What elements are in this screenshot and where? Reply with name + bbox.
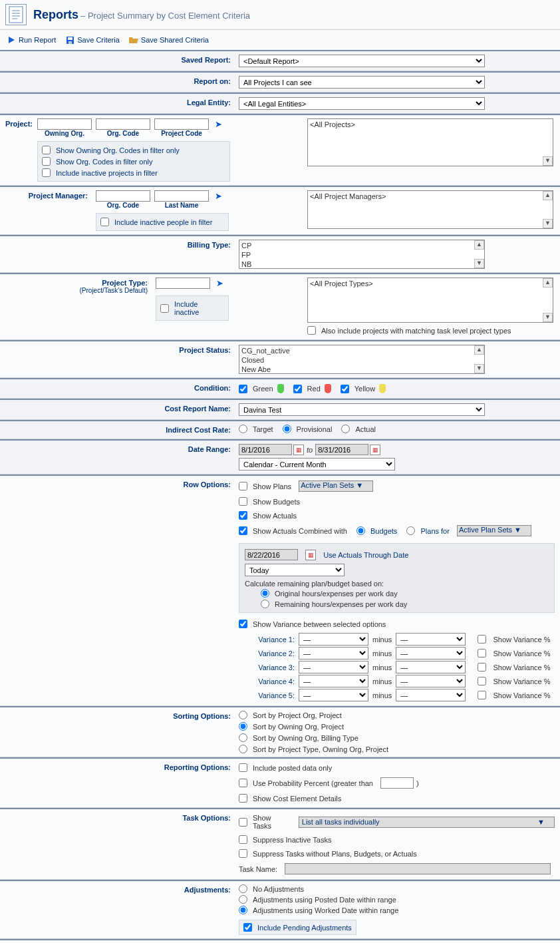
original-hours-radio[interactable] (261, 589, 269, 598)
variance-2-pct-checkbox[interactable] (478, 649, 486, 658)
scroll-up-icon[interactable]: ▲ (543, 278, 553, 287)
green-flag-icon (277, 384, 284, 393)
scroll-down-icon[interactable]: ▼ (474, 259, 484, 268)
today-select[interactable]: Today (245, 564, 345, 576)
project-label: Project: (0, 117, 35, 183)
target-radio[interactable] (239, 425, 247, 433)
project-code-input[interactable] (154, 118, 209, 130)
yellow-checkbox[interactable] (341, 385, 349, 393)
sort3-radio[interactable] (239, 733, 247, 742)
scroll-down-icon[interactable]: ▼ (474, 364, 484, 373)
red-checkbox[interactable] (293, 385, 302, 393)
date-range-select[interactable]: Calendar - Current Month (239, 458, 395, 471)
date-from-input[interactable] (239, 444, 292, 455)
include-posted-checkbox[interactable] (239, 763, 247, 772)
sort1-radio[interactable] (239, 711, 247, 719)
variance-1-b-select[interactable]: — (396, 633, 466, 646)
pm-add-button[interactable]: ➤ (213, 190, 223, 201)
variance-2-a-select[interactable]: — (299, 647, 368, 660)
show-plans-checkbox[interactable] (239, 482, 247, 490)
variance-5-b-select[interactable]: — (396, 689, 466, 701)
variance-3-b-select[interactable]: — (396, 661, 466, 673)
scroll-down-icon[interactable]: ▼ (543, 156, 553, 166)
cost-report-name-select[interactable]: Davina Test (239, 403, 485, 416)
suppress-inactive-checkbox[interactable] (239, 835, 247, 844)
svg-rect-8 (69, 41, 72, 44)
also-include-task-checkbox[interactable] (307, 326, 316, 335)
suppress-without-checkbox[interactable] (239, 849, 247, 858)
show-org-checkbox[interactable] (42, 157, 51, 166)
calendar-icon[interactable]: ▦ (370, 445, 380, 455)
pm-last-name-input[interactable] (154, 190, 209, 202)
show-owning-checkbox[interactable] (42, 146, 51, 154)
scroll-down-icon[interactable]: ▼ (543, 219, 553, 228)
scroll-up-icon[interactable]: ▲ (543, 191, 553, 200)
legal-entity-select[interactable]: <All Legal Entities> (239, 97, 485, 110)
adj-worked-radio[interactable] (239, 906, 247, 914)
pm-org-code-input[interactable] (96, 190, 150, 202)
no-adj-radio[interactable] (239, 884, 247, 893)
adjustments-label: Adjustments: (0, 883, 236, 936)
project-type-input[interactable] (156, 278, 210, 289)
report-on-select[interactable]: All Projects I can see (239, 76, 485, 89)
projects-listbox[interactable]: <All Projects> ▼ (307, 118, 553, 166)
variance-5-pct-checkbox[interactable] (478, 691, 486, 699)
variance-4-a-select[interactable]: — (299, 675, 368, 687)
include-inactive-type-checkbox[interactable] (160, 304, 169, 313)
variance-3-a-select[interactable]: — (299, 661, 368, 673)
budgets-radio[interactable] (356, 526, 365, 535)
remaining-hours-radio[interactable] (261, 600, 269, 608)
plans-for-select[interactable]: Active Plan Sets ▼ (457, 525, 531, 536)
include-inactive-people-checkbox[interactable] (100, 218, 109, 226)
sort4-radio[interactable] (239, 745, 247, 753)
sort2-radio[interactable] (239, 722, 247, 731)
variance-5-a-select[interactable]: — (299, 689, 368, 701)
provisional-radio[interactable] (283, 425, 291, 433)
run-report-button[interactable]: Run Report (7, 35, 56, 45)
variance-1-a-select[interactable]: — (299, 633, 368, 646)
scroll-up-icon[interactable]: ▲ (474, 240, 484, 250)
include-inactive-proj-checkbox[interactable] (42, 168, 51, 177)
scroll-down-icon[interactable]: ▼ (543, 313, 553, 322)
save-shared-criteria-button[interactable]: Save Shared Criteria (129, 35, 209, 45)
include-pending-checkbox[interactable] (243, 923, 252, 932)
adj-posted-radio[interactable] (239, 895, 247, 904)
show-budgets-checkbox[interactable] (239, 497, 247, 506)
plans-for-radio[interactable] (406, 526, 415, 535)
calendar-icon[interactable]: ▦ (293, 445, 304, 455)
variance-4-label: Variance 4: (248, 677, 295, 685)
show-cost-element-checkbox[interactable] (239, 794, 247, 803)
saved-report-select[interactable]: <Default Report> (239, 55, 485, 67)
report-icon (5, 4, 27, 25)
show-tasks-checkbox[interactable] (239, 818, 247, 827)
actuals-date-input[interactable] (245, 549, 298, 560)
show-tasks-select[interactable]: List all tasks individually▼ (299, 817, 555, 828)
project-status-listbox[interactable]: CG_not_active Closed New Abe ▲ ▼ (239, 345, 485, 374)
variance-3-pct-checkbox[interactable] (478, 663, 486, 671)
project-type-listbox[interactable]: <All Project Types> ▲ ▼ (307, 278, 553, 323)
disk-icon (65, 35, 74, 45)
scroll-up-icon[interactable]: ▲ (474, 345, 484, 355)
project-type-add-button[interactable]: ➤ (214, 278, 225, 289)
show-variance-checkbox[interactable] (239, 620, 247, 628)
pm-listbox[interactable]: <All Project Managers> ▲ ▼ (307, 190, 553, 229)
variance-4-b-select[interactable]: — (396, 675, 466, 687)
actual-radio[interactable] (341, 425, 350, 433)
show-actuals-checkbox[interactable] (239, 511, 247, 520)
calendar-icon[interactable]: ▦ (305, 550, 316, 560)
use-probability-checkbox[interactable] (239, 779, 247, 787)
show-actuals-combined-checkbox[interactable] (239, 526, 247, 535)
variance-2-b-select[interactable]: — (396, 647, 466, 660)
green-checkbox[interactable] (239, 385, 247, 393)
save-criteria-button[interactable]: Save Criteria (65, 35, 120, 45)
owning-org-input[interactable] (37, 118, 92, 130)
date-to-input[interactable] (315, 444, 368, 455)
variance-4-pct-checkbox[interactable] (478, 677, 486, 685)
probability-input[interactable] (380, 777, 414, 789)
plan-sets-select[interactable]: Active Plan Sets ▼ (299, 480, 373, 492)
billing-type-listbox[interactable]: CP FP NB ▲ ▼ (239, 240, 485, 269)
org-code-input[interactable] (96, 118, 150, 130)
project-add-button[interactable]: ➤ (213, 118, 223, 129)
task-name-input[interactable] (285, 863, 551, 874)
variance-1-pct-checkbox[interactable] (478, 635, 486, 644)
